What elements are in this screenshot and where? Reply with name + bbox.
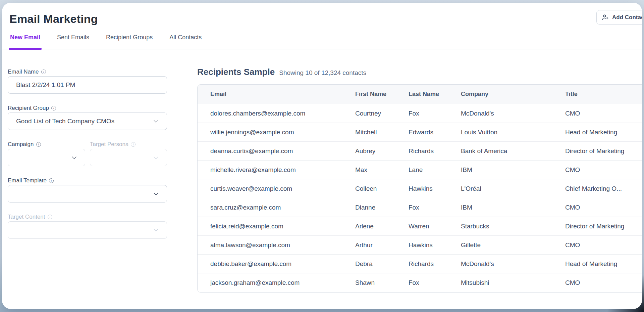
- table-cell: Hawkins: [409, 185, 461, 192]
- table-cell: curtis.weaver@example.com: [198, 185, 355, 192]
- info-icon[interactable]: [49, 178, 54, 183]
- target-content-group: Target Content: [8, 214, 167, 239]
- table-row: curtis.weaver@example.comColleenHawkinsL…: [198, 179, 642, 198]
- table-cell: Bank of America: [461, 147, 565, 155]
- table-cell: Courtney: [355, 110, 409, 117]
- table-cell: dolores.chambers@example.com: [198, 110, 355, 117]
- table-row: felicia.reid@example.comArleneWarrenStar…: [198, 217, 642, 236]
- info-icon[interactable]: [36, 142, 41, 147]
- app-window: Email Marketing Add Contact New EmailSen…: [2, 3, 642, 309]
- table-cell: Mitchell: [355, 129, 409, 136]
- table-cell: felicia.reid@example.com: [198, 223, 355, 230]
- email-name-label-text: Email Name: [8, 69, 39, 75]
- info-icon[interactable]: [41, 70, 46, 74]
- target-persona-label: Target Persona: [90, 141, 167, 148]
- table-cell: L'Oréal: [461, 185, 565, 192]
- email-template-label-text: Email Template: [8, 177, 47, 184]
- table-row: sara.cruz@example.comDianneFoxIBMCMO: [198, 198, 642, 217]
- person-plus-icon: [602, 14, 609, 21]
- app-header: Email Marketing Add Contact: [2, 3, 642, 26]
- table-cell: Warren: [409, 223, 461, 230]
- table-cell: Gillette: [461, 241, 565, 249]
- table-cell: jackson.graham@example.com: [198, 279, 355, 286]
- campaign-label: Campaign: [8, 141, 85, 148]
- table-cell: CMO: [565, 204, 642, 211]
- table-cell: CMO: [565, 279, 642, 286]
- chevron-down-icon: [154, 118, 158, 123]
- table-cell: Richards: [409, 147, 461, 155]
- email-template-label: Email Template: [8, 177, 167, 184]
- tab-bar: New EmailSent EmailsRecipient GroupsAll …: [2, 34, 642, 49]
- table-row: willie.jennings@example.comMitchellEdwar…: [198, 123, 642, 142]
- email-template-select[interactable]: [8, 185, 167, 203]
- tab-sent-emails[interactable]: Sent Emails: [56, 34, 91, 49]
- tab-all-contacts[interactable]: All Contacts: [168, 34, 203, 49]
- table-cell: Fox: [409, 279, 461, 286]
- chevron-down-icon: [72, 154, 76, 159]
- recipient-group-value: Good List of Tech Company CMOs: [16, 118, 114, 125]
- campaign-persona-row: Campaign Target Persona: [8, 141, 167, 177]
- add-contact-label: Add Contact: [612, 14, 642, 21]
- tab-recipient-groups[interactable]: Recipient Groups: [105, 34, 154, 49]
- table-row: debbie.baker@example.comDebraRichardsMcD…: [198, 255, 642, 273]
- table-cell: IBM: [461, 204, 565, 211]
- table-body: dolores.chambers@example.comCourtneyFoxM…: [198, 104, 642, 292]
- recipient-group-label-text: Recipient Group: [8, 105, 49, 112]
- table-row: alma.lawson@example.comArthurHawkinsGill…: [198, 236, 642, 255]
- table-cell: Director of Marketing: [565, 147, 642, 155]
- table-cell: Director of Marketing: [565, 223, 642, 230]
- table-cell: debbie.baker@example.com: [198, 260, 355, 268]
- table-row: michelle.rivera@example.comMaxLaneIBMCMO: [198, 161, 642, 179]
- table-cell: Edwards: [409, 129, 461, 136]
- table-cell: Aubrey: [355, 147, 409, 155]
- target-content-label: Target Content: [8, 214, 167, 220]
- table-cell: Arthur: [355, 241, 409, 249]
- table-cell: Max: [355, 166, 409, 174]
- tab-new-email[interactable]: New Email: [9, 34, 42, 49]
- email-name-input[interactable]: [8, 76, 167, 94]
- table-cell: McDonald's: [461, 260, 565, 268]
- table-cell: Lane: [409, 166, 461, 174]
- table-cell: alma.lawson@example.com: [198, 241, 355, 249]
- email-form-sidebar: Email Name Recipient Group Good List of …: [2, 49, 182, 309]
- table-cell: Louis Vuitton: [461, 129, 565, 136]
- recipients-heading: Recipients Sample: [197, 66, 275, 78]
- app-body: Email Name Recipient Group Good List of …: [2, 49, 642, 309]
- table-cell: Chief Marketing O...: [565, 185, 642, 192]
- campaign-group: Campaign: [8, 141, 85, 166]
- table-cell: Shawn: [355, 279, 409, 286]
- table-row: deanna.curtis@example.comAubreyRichardsB…: [198, 142, 642, 161]
- table-cell: CMO: [565, 241, 642, 249]
- recipients-count: Showing 10 of 12,324 contacts: [279, 69, 366, 77]
- page-title: Email Marketing: [9, 11, 634, 26]
- add-contact-button[interactable]: Add Contact: [596, 10, 642, 25]
- column-header: Company: [461, 91, 565, 98]
- table-cell: CMO: [565, 110, 642, 117]
- table-cell: Dianne: [355, 204, 409, 211]
- recipient-group-select[interactable]: Good List of Tech Company CMOs: [8, 113, 167, 130]
- email-template-group: Email Template: [8, 177, 167, 203]
- info-icon[interactable]: [131, 142, 136, 147]
- table-cell: michelle.rivera@example.com: [198, 166, 355, 174]
- table-row: dolores.chambers@example.comCourtneyFoxM…: [198, 104, 642, 123]
- table-cell: Mitsubishi: [461, 279, 565, 286]
- column-header: First Name: [355, 91, 409, 98]
- table-cell: Head of Marketing: [565, 260, 642, 268]
- column-header: Email: [198, 91, 355, 98]
- campaign-select[interactable]: [8, 149, 85, 166]
- chevron-down-icon: [154, 154, 158, 159]
- chevron-down-icon: [154, 227, 158, 232]
- column-header: Last Name: [409, 91, 461, 98]
- info-icon[interactable]: [48, 215, 52, 219]
- info-icon[interactable]: [51, 106, 56, 110]
- table-cell: Colleen: [355, 185, 409, 192]
- table-cell: Arlene: [355, 223, 409, 230]
- recipients-panel: Recipients Sample Showing 10 of 12,324 c…: [182, 49, 642, 309]
- target-persona-group: Target Persona: [90, 141, 167, 166]
- table-cell: Richards: [409, 260, 461, 268]
- table-cell: CMO: [565, 166, 642, 174]
- email-name-group: Email Name: [8, 69, 167, 94]
- target-persona-select: [90, 149, 167, 166]
- table-row: jackson.graham@example.comShawnFoxMitsub…: [198, 273, 642, 292]
- table-cell: Debra: [355, 260, 409, 268]
